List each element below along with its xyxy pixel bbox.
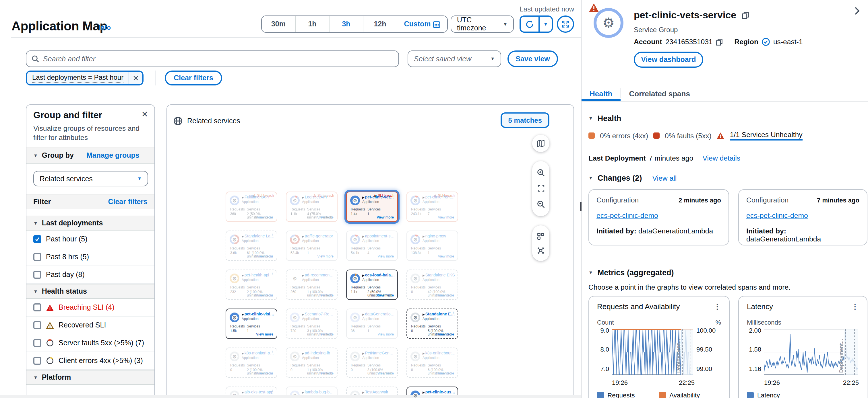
service-node-name[interactable]: ▶alb-eks-test-app [242,390,275,394]
service-node-pet-health-api[interactable]: ⋮⚙▶pet-health-apiApplicationRequestsServ… [226,269,277,300]
view-more-link[interactable]: View more [317,294,334,297]
view-more-link[interactable]: View more [438,372,454,375]
service-node-name[interactable]: ▶pet-clinic-visits-service [242,312,275,316]
legend-item-requests[interactable]: Requests [597,392,659,398]
view-more-link[interactable]: View more [257,294,273,297]
service-node-standalone-ecs[interactable]: ⋮⚙▶Standalone ECSApplicationRequestsServ… [406,308,458,339]
service-node-name[interactable]: ▶TestAgarwalr [362,390,396,394]
filter-section-platform[interactable]: ▼Platform [26,370,154,385]
collapse-panel-icon[interactable] [854,6,860,15]
change-link[interactable]: ecs-pet-clinic-demo [596,211,658,220]
checkbox[interactable] [33,357,41,365]
view-all-link[interactable]: View all [652,174,677,182]
copy-icon[interactable] [716,38,723,45]
service-node-name[interactable]: ▶traffic-generator [302,234,335,238]
search-input[interactable] [43,55,393,63]
time-range-12h[interactable]: 12h [363,16,397,32]
service-node-standalone-eks[interactable]: ⚙▶Standalone EKSApplicationRequestsServi… [406,269,458,300]
filter-option-past-hour-5-[interactable]: Past hour (5) [26,231,154,248]
health-section-header[interactable]: ▼ Health [588,114,621,123]
fullscreen-button[interactable] [557,15,574,33]
service-node-nginx-proxy[interactable]: ⚙▶nginx-proxyApplicationRequestsServices… [406,231,458,261]
checkbox[interactable] [33,271,41,279]
service-node-datagenerationlambda[interactable]: ⚙▶dataGenerationLambdaApplicationRequest… [346,308,398,339]
timezone-select[interactable]: UTC timezone ▼ [451,15,514,33]
view-more-link[interactable]: View more [317,215,334,219]
service-node-petnamegenerator[interactable]: ⚙▶PetNameGeneratorApplicationRequestsSer… [346,347,398,378]
view-more-link[interactable]: View more [438,333,454,336]
view-more-link[interactable]: View more [257,255,273,258]
service-node-name[interactable]: ▶pet-clinic-vets-service [362,195,396,199]
legend-item-availability[interactable]: Availability [659,392,721,398]
filter-section-last-deployments[interactable]: ▼Last deployments [26,215,154,231]
chart-canvas[interactable]: Deployment... [764,329,858,375]
latency-plot[interactable]: Deployment... [764,329,858,377]
service-node-scenario7-registerne-[interactable]: ⚙▶Scenario7-RegisterNe...ApplicationRequ… [286,308,338,339]
service-node-name[interactable]: ▶PetNameGenerator [362,351,396,355]
view-more-link[interactable]: View more [377,294,394,297]
saved-view-select[interactable]: Select saved view ▼ [408,51,501,67]
zoom-out-icon[interactable] [536,200,545,209]
view-more-link[interactable]: View more [438,215,454,219]
filter-section-health-status[interactable]: ▼Health status [26,284,154,299]
service-node-appointment-service-g-[interactable]: ⚙▶appointment-service-g...ApplicationReq… [346,231,398,261]
legend-item-latency[interactable]: Latency [747,392,780,398]
metrics-section-header[interactable]: ▼ Metrics (aggregated) [588,268,674,277]
view-more-link[interactable]: View more [317,255,334,258]
service-node-name[interactable]: ▶pet-clinic-customers-s... [423,390,456,394]
time-range-3h[interactable]: 3h [330,16,363,32]
service-node-name[interactable]: ▶k8s-onlineboutique-60... [423,351,456,355]
service-node-name[interactable]: ▶Scenario7-RegisterNe... [302,312,335,316]
filter-option-client-errors-4xx-5-3-[interactable]: Client errors 4xx (>5%) (3) [26,352,154,370]
map-legend-button[interactable] [532,135,549,152]
service-node-name[interactable]: ▶pet-clinic-frontend-java [423,195,456,199]
group-by-select[interactable]: Related services ▼ [33,171,148,187]
service-node-name[interactable]: ▶pet-health-api [242,273,275,277]
deployment-annotation[interactable]: Deployment... [838,339,844,373]
service-node-ad-recommendation-lb[interactable]: ⚙▶ad-recommendation-lbApplicationRequest… [286,269,338,300]
deployment-annotation[interactable]: Deployment... [676,339,681,373]
group-by-section-header[interactable]: ▼ Group by Manage groups [26,147,154,164]
view-more-link[interactable]: View more [378,372,394,375]
service-node-traffic-generator[interactable]: ⚙▶traffic-generatorApplicationRequestsSe… [286,231,338,261]
grid-layout-icon[interactable] [537,232,545,240]
checkbox[interactable] [33,339,41,347]
view-more-link[interactable]: View more [256,333,273,336]
service-node-k8s-monitori-prometh-[interactable]: ⋮⚙▶k8s-monitori-prometh...ApplicationReq… [226,347,277,378]
view-more-link[interactable]: View more [257,372,273,375]
change-link[interactable]: ecs-pet-clinic-demo [746,211,808,220]
view-more-link[interactable]: View more [377,215,394,219]
time-range-30m[interactable]: 30m [262,16,296,32]
view-more-link[interactable]: View more [317,372,334,375]
service-node-pet-clinic-vets-service[interactable]: SLI breach⚙▶pet-clinic-vets-serviceAppli… [346,192,398,222]
service-node-logisticsapi[interactable]: SLI breach⚙▶LogisticsAPIApplicationReque… [286,192,338,222]
service-node-pet-clinic-frontend-java[interactable]: SLI breach⚙▶pet-clinic-frontend-javaAppl… [406,192,458,222]
checkbox[interactable] [33,235,41,243]
checkbox[interactable] [33,321,41,329]
service-node-name[interactable]: ▶lambda-bug-bash [302,390,335,394]
time-range-1h[interactable]: 1h [296,16,330,32]
filter-option-past-day-8-[interactable]: Past day (8) [26,266,154,284]
network-layout-icon[interactable] [537,246,545,254]
copy-icon[interactable] [741,11,749,20]
filter-option-breaching-sli-4-[interactable]: Breaching SLI (4) [26,299,154,317]
service-node-name[interactable]: ▶dataGenerationLambda [362,312,396,316]
checkbox[interactable] [33,253,41,261]
zoom-in-icon[interactable] [536,169,545,177]
view-more-link[interactable]: View more [378,255,394,258]
kebab-menu-icon[interactable]: ⋮ [851,304,859,309]
manage-groups-link[interactable]: Manage groups [86,152,140,159]
service-node-name[interactable]: ▶LogisticsAPI [302,195,335,199]
fit-view-icon[interactable] [537,185,545,192]
tab-correlated-spans[interactable]: Correlated spans [621,86,698,101]
horizontal-scrollbar[interactable] [0,395,581,398]
service-node-name[interactable]: ▶Standalone ECS [423,312,456,316]
refresh-button[interactable] [521,16,539,32]
service-node-standalone-lambda[interactable]: ⋮⚙▶Standalone LambdaApplicationRequestsS… [226,231,277,261]
service-node-name[interactable]: ▶ad-indexing-lb [302,351,335,355]
clear-filters-button[interactable]: Clear filters [165,70,222,86]
view-dashboard-button[interactable]: View dashboard [634,52,703,68]
service-node-name[interactable]: ▶Standalone EKS [423,273,456,277]
view-more-link[interactable]: View more [257,215,273,219]
service-node-name[interactable]: ▶ecs-load-balancer [362,273,396,277]
